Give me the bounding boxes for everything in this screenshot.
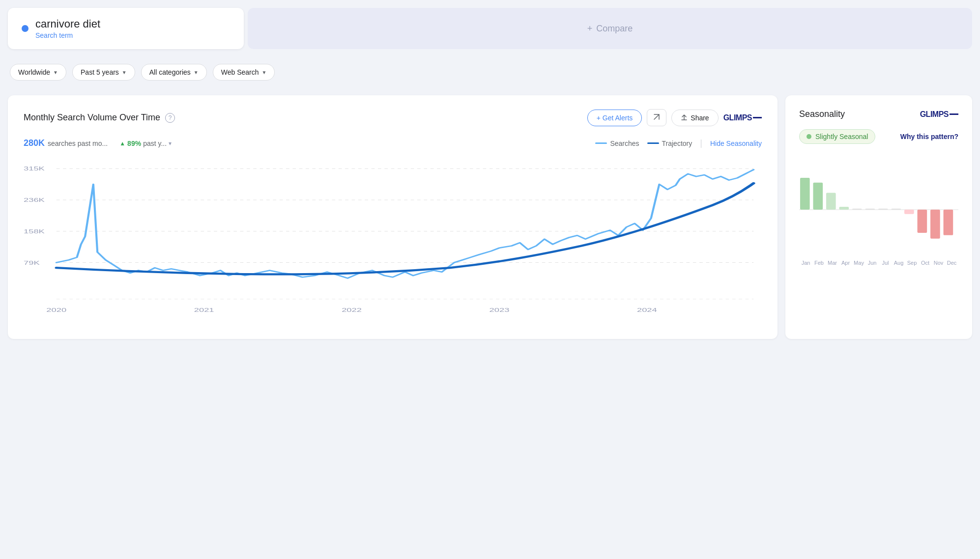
period-filter[interactable]: Past 5 years ▼ <box>72 64 135 81</box>
svg-text:2021: 2021 <box>194 307 214 313</box>
legend-area: Searches Trajectory | Hide Seasonality <box>595 138 762 148</box>
svg-text:236K: 236K <box>24 197 45 203</box>
legend-trajectory: Trajectory <box>647 140 692 147</box>
stat-label: searches past mo... <box>48 140 108 147</box>
category-arrow: ▼ <box>194 70 199 75</box>
svg-text:2020: 2020 <box>46 307 66 313</box>
svg-text:79K: 79K <box>24 259 40 266</box>
growth-label: past y... <box>143 140 167 147</box>
month-sep: Sep <box>905 260 919 266</box>
compare-label: Compare <box>596 24 633 34</box>
legend-searches: Searches <box>595 140 639 147</box>
svg-rect-16 <box>813 183 823 210</box>
main-content: Monthly Search Volume Over Time ? + Get … <box>8 95 972 339</box>
seasonality-badge: Slightly Seasonal <box>799 129 875 144</box>
location-filter[interactable]: Worldwide ▼ <box>10 64 66 81</box>
external-link-button[interactable] <box>647 109 666 126</box>
share-icon <box>681 114 688 121</box>
filter-row: Worldwide ▼ Past 5 years ▼ All categorie… <box>8 57 972 87</box>
chart-title: Monthly Search Volume Over Time <box>24 112 160 123</box>
month-jul: Jul <box>879 260 892 266</box>
growth-number: 89% <box>127 140 141 147</box>
chart-title-area: Monthly Search Volume Over Time ? <box>24 112 175 123</box>
location-arrow: ▼ <box>53 70 58 75</box>
svg-rect-25 <box>930 210 940 239</box>
compare-plus: + <box>587 24 593 34</box>
svg-rect-22 <box>892 209 901 210</box>
month-aug: Aug <box>892 260 905 266</box>
svg-text:2022: 2022 <box>342 307 362 313</box>
searches-line-icon <box>595 142 607 144</box>
get-alerts-button[interactable]: + Get Alerts <box>587 110 642 126</box>
chart-header: Monthly Search Volume Over Time ? + Get … <box>24 109 762 126</box>
location-label: Worldwide <box>18 68 50 76</box>
category-label: All categories <box>149 68 191 76</box>
chart-actions: + Get Alerts Share GLIMPS <box>587 109 762 126</box>
svg-rect-26 <box>944 210 953 235</box>
growth-chevron-icon: ▾ <box>169 140 172 147</box>
type-arrow: ▼ <box>261 70 266 75</box>
search-term-text: carnivore diet Search term <box>35 18 100 39</box>
seasonality-card: Seasonality GLIMPS Slightly Seasonal Why… <box>785 95 972 339</box>
legend-separator: | <box>700 138 702 148</box>
search-term-card: carnivore diet Search term <box>8 8 244 49</box>
why-pattern-button[interactable]: Why this pattern? <box>900 133 958 140</box>
stat-number: 280K <box>24 138 45 148</box>
growth-triangle-icon: ▲ <box>119 140 125 147</box>
search-term-type: Search term <box>35 31 100 39</box>
search-term-dot <box>22 25 29 32</box>
period-arrow: ▼ <box>122 70 127 75</box>
period-label: Past 5 years <box>81 68 119 76</box>
svg-text:2023: 2023 <box>490 307 510 313</box>
trajectory-line-icon <box>647 142 659 144</box>
svg-rect-17 <box>826 193 836 209</box>
seasonality-sub-row: Slightly Seasonal Why this pattern? <box>799 129 958 144</box>
badge-dot-icon <box>807 134 811 139</box>
svg-rect-15 <box>800 178 810 210</box>
svg-text:2024: 2024 <box>637 307 657 313</box>
type-label: Web Search <box>221 68 259 76</box>
compare-card[interactable]: + Compare <box>248 8 972 49</box>
seasonality-chart-svg <box>799 156 958 254</box>
chart-card: Monthly Search Volume Over Time ? + Get … <box>8 95 778 339</box>
svg-text:158K: 158K <box>24 228 45 234</box>
month-nov: Nov <box>932 260 945 266</box>
month-may: May <box>852 260 865 266</box>
svg-rect-18 <box>839 207 849 210</box>
search-term-name: carnivore diet <box>35 18 100 30</box>
season-chart: Jan Feb Mar Apr May Jun Jul Aug Sep Oct … <box>799 156 958 254</box>
svg-text:315K: 315K <box>24 166 45 172</box>
seasonality-title: Seasonality <box>799 109 845 119</box>
seasonality-header: Seasonality GLIMPS <box>799 109 958 119</box>
month-labels: Jan Feb Mar Apr May Jun Jul Aug Sep Oct … <box>799 260 958 266</box>
month-jan: Jan <box>799 260 812 266</box>
main-chart-svg: 315K 236K 158K 79K 2020 2021 2022 2023 2… <box>24 158 762 325</box>
type-filter[interactable]: Web Search ▼ <box>213 64 275 81</box>
share-button[interactable]: Share <box>671 110 718 126</box>
top-bar: carnivore diet Search term + Compare <box>8 8 972 49</box>
info-icon[interactable]: ? <box>165 113 175 123</box>
searches-stat: 280K searches past mo... <box>24 138 108 148</box>
month-oct: Oct <box>919 260 932 266</box>
month-dec: Dec <box>945 260 958 266</box>
month-feb: Feb <box>812 260 826 266</box>
stats-row: 280K searches past mo... ▲ 89% past y...… <box>24 138 762 148</box>
badge-label: Slightly Seasonal <box>815 133 868 140</box>
svg-rect-23 <box>904 210 914 214</box>
month-mar: Mar <box>826 260 839 266</box>
glimpse-logo: GLIMPS <box>723 113 762 122</box>
month-jun: Jun <box>865 260 879 266</box>
svg-rect-24 <box>918 210 927 233</box>
category-filter[interactable]: All categories ▼ <box>141 64 207 81</box>
month-apr: Apr <box>839 260 852 266</box>
growth-stat[interactable]: ▲ 89% past y... ▾ <box>119 140 172 147</box>
svg-rect-20 <box>865 209 875 210</box>
chart-area: 315K 236K 158K 79K 2020 2021 2022 2023 2… <box>24 158 762 325</box>
external-link-icon <box>653 113 660 120</box>
svg-rect-19 <box>852 209 862 210</box>
seasonality-glimpse-logo: GLIMPS <box>920 110 958 119</box>
svg-rect-21 <box>878 209 888 210</box>
hide-seasonality-button[interactable]: Hide Seasonality <box>710 140 762 147</box>
